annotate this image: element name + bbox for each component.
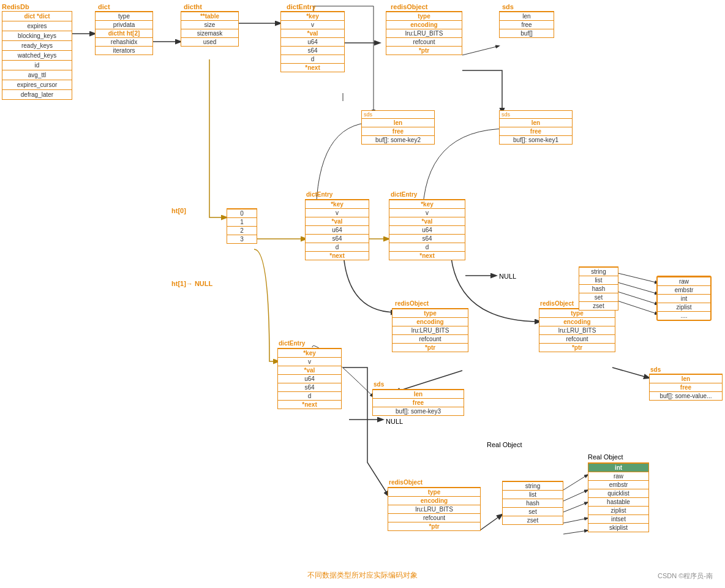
sds-key1-box: sds len free buf[]: some-key1: [499, 110, 573, 145]
ht-table-box: 0 1 2 3: [227, 208, 257, 244]
dictentry-top-u64: u64: [281, 37, 344, 46]
dictht-row-used: used: [181, 37, 238, 46]
dictentry-mid2-section: dictEntry: [391, 191, 417, 198]
redisobject-mid1-box: type encoding lru:LRU_BITS refcount *ptr: [392, 308, 468, 352]
types-list-top-box: string list hash set zset: [579, 266, 618, 311]
types-bot-zset: zset: [503, 516, 563, 524]
dictentry-mid1-val: *val: [306, 217, 369, 225]
redisobject-top-box: type encoding lru:LRU_BITS refcount *ptr: [386, 11, 462, 55]
dictentry-bot-next: *next: [278, 400, 341, 409]
ht-row-2: 2: [227, 226, 257, 235]
svg-line-6: [615, 282, 658, 294]
dictht-box: **table size sizemask used: [181, 11, 239, 47]
enc-bot-ziplist: ziplist: [588, 506, 648, 514]
sds-key1-section-label: sds: [500, 111, 572, 118]
dictentry-top-key: *key: [281, 12, 344, 20]
sds-value-box: len free buf[]: some-value...: [649, 374, 723, 401]
ht0-label: ht[0]: [171, 207, 186, 214]
types-list-bot-box: string list hash set zset: [502, 481, 563, 525]
sds-key1-len: len: [500, 118, 572, 127]
redisobject-mid1-refcount: refcount: [393, 334, 468, 343]
svg-line-2: [563, 502, 588, 512]
types-top-zset: zset: [579, 301, 618, 310]
dictentry-mid2-key: *key: [389, 200, 465, 208]
dictentry-bot-section: dictEntry: [279, 340, 305, 347]
sds-key3-section: sds: [374, 381, 384, 388]
types-bot-set: set: [503, 507, 563, 516]
redisobject-mid1-type: type: [393, 309, 468, 317]
encodings-bot-box: int raw embstr quicklist hastable ziplis…: [588, 462, 649, 532]
enc-bot-int: int: [588, 463, 648, 472]
types-top-list: list: [579, 276, 618, 284]
types-top-string: string: [579, 267, 618, 276]
dictentry-mid1-u64: u64: [306, 225, 369, 234]
dictentry-bot-val: *val: [278, 366, 341, 374]
enc-bot-intset: intset: [588, 514, 648, 523]
enc-top-int: int: [658, 294, 710, 303]
sds-key3-free: free: [373, 398, 464, 407]
redisobject-top-type: type: [386, 12, 462, 20]
svg-line-5: [615, 273, 658, 283]
redisobject-bot-lru: lru:LRU_BITS: [388, 505, 480, 513]
dict-row-type: type: [96, 12, 152, 20]
null-label-mid2: NULL: [499, 273, 516, 280]
dictht-row-sizemask: sizemask: [181, 29, 238, 37]
dictht-row-table: **table: [181, 12, 238, 20]
sds-value-buf: buf[]: some-value...: [650, 391, 722, 400]
dictentry-top-v: v: [281, 20, 344, 29]
svg-line-8: [615, 300, 658, 314]
dictentry-top-val: *val: [281, 29, 344, 37]
redisobject-bot-section: redisObject: [389, 479, 423, 486]
null-label-bot: NULL: [386, 418, 403, 425]
dictentry-mid2-v: v: [389, 208, 465, 217]
enc-bot-raw: raw: [588, 472, 648, 480]
enc-top-ziplist: ziplist: [658, 303, 710, 311]
sds-key3-box: len free buf[]: some-key3: [372, 389, 464, 416]
sds-top-len: len: [500, 12, 554, 20]
dictentry-bot-box: *key v *val u64 s64 d *next: [277, 348, 342, 409]
redisobject-mid1-lru: lru:LRU_BITS: [393, 326, 468, 334]
types-bot-hash: hash: [503, 499, 563, 507]
dictentry-top-next: *next: [281, 63, 344, 72]
dict-row-iterators: iterators: [96, 46, 152, 55]
redisobject-bot-refcount: refcount: [388, 513, 480, 522]
sds-top-buf: buf[]: [500, 29, 554, 37]
sds-value-len: len: [650, 374, 722, 383]
sds-value-free: free: [650, 383, 722, 391]
ht-row-0: 0: [227, 209, 257, 217]
sds-key2-section-label: sds: [362, 111, 434, 118]
dict-row-rehashidx: rehashidx: [96, 37, 152, 46]
dictentry-mid1-s64: s64: [306, 234, 369, 243]
dict-row-privdata: privdata: [96, 20, 152, 29]
ht-row-3: 3: [227, 235, 257, 243]
dictht-section-label: dictht: [184, 3, 202, 10]
sds-key1-buf: buf[]: some-key1: [500, 135, 572, 144]
dictentry-mid1-next: *next: [306, 251, 369, 260]
sds-top-free: free: [500, 20, 554, 29]
enc-top-embstr: embstr: [658, 285, 710, 294]
dictentry-mid2-u64: u64: [389, 225, 465, 234]
enc-bot-quicklist: quicklist: [588, 489, 648, 497]
redisobject-bot-type: type: [388, 488, 480, 496]
types-top-hash: hash: [579, 284, 618, 293]
redisobject-bot-ptr: *ptr: [388, 522, 480, 530]
types-bot-string: string: [503, 481, 563, 490]
dictentry-bot-s64: s64: [278, 383, 341, 391]
sds-key2-box: sds len free buf[]: some-key2: [361, 110, 435, 145]
enc-bot-hastable: hastable: [588, 497, 648, 506]
redisdb-row-expires: expires: [2, 21, 72, 31]
sds-key3-buf: buf[]: some-key3: [373, 407, 464, 415]
footnote: 不同数据类型所对应实际编码对象: [0, 570, 725, 581]
ht-row-1: 1: [227, 217, 257, 226]
redisdb-row-blocking: blocking_keys: [2, 31, 72, 40]
sds-top-box: len free buf[]: [499, 11, 554, 38]
dictentry-mid2-val: *val: [389, 217, 465, 225]
dict-box: type privdata dictht ht[2] rehashidx ite…: [95, 11, 153, 55]
dict-row-dictht: dictht ht[2]: [96, 29, 152, 37]
dictentry-top-d: d: [281, 55, 344, 63]
redisobject-top-lru: lru:LRU_BITS: [386, 29, 462, 37]
sds-key1-free: free: [500, 127, 572, 135]
redisobject-mid2-section: redisObject: [540, 300, 574, 307]
redisobject-mid2-ptr: *ptr: [539, 343, 615, 352]
dictentry-mid2-s64: s64: [389, 234, 465, 243]
